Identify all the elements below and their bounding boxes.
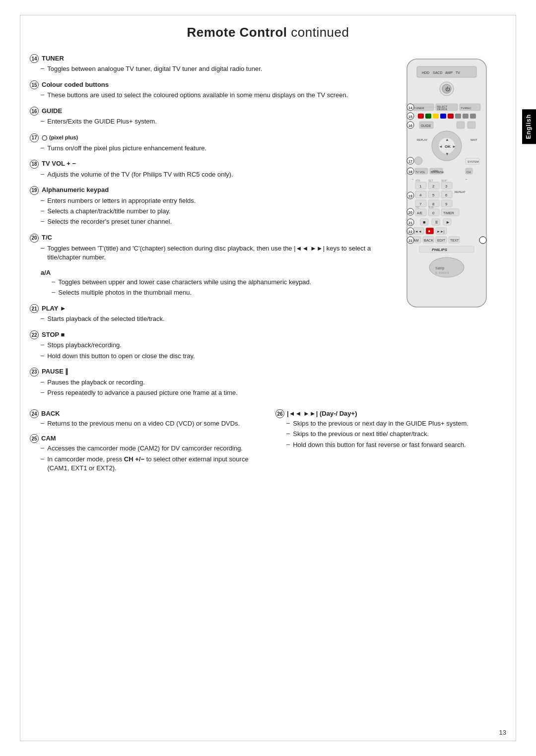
stop-title: 22 STOP ■ [30,330,372,339]
left-column: 14 TUNER – Toggles between analogue TV t… [30,54,372,404]
svg-text:T/C: T/C [415,206,419,209]
svg-text:HDD: HDD [433,170,438,173]
aa-body: – Toggles between upper and lower case c… [41,278,372,297]
svg-text:EDIT: EDIT [437,239,446,242]
day-text-2: Skips to the previous or next title/ cha… [293,430,429,439]
stop-label: STOP ■ [42,331,65,338]
colour-coded-num: 15 [30,80,39,89]
guide-title: 16 GUIDE [30,107,372,116]
svg-text:17: 17 [408,160,412,163]
svg-rect-26 [457,122,465,128]
svg-text:A/E: A/E [417,211,423,215]
svg-text:19: 19 [408,194,412,198]
svg-point-103 [429,257,464,277]
guide-body: – Enters/Exits the GUIDE Plus+ system. [30,117,372,126]
bottom-section: 24 BACK – Returns to the previous menu o… [30,409,506,479]
section-tv-vol: 18 TV VOL + − – Adjusts the volume of th… [30,160,372,179]
section-alphanumeric: 19 Alphanumeric keypad – Enters numbers … [30,186,372,227]
svg-rect-23 [470,114,476,119]
svg-rect-16 [418,114,424,119]
alphanumeric-bullet-3: – Selects the recorder's preset tuner ch… [41,217,372,226]
svg-text:15: 15 [408,115,412,119]
svg-text:21: 21 [408,221,412,225]
main-content: Remote Control continued 14 TUNER – Togg… [0,0,536,508]
svg-text:5: 5 [432,193,435,197]
svg-text:14: 14 [408,106,412,110]
section-day: 26 |◄◄ ►►| (Day-/ Day+) – Skips to the p… [275,409,506,449]
svg-text:SYSTEM: SYSTEM [468,160,479,163]
cam-bullet-1: – Accesses the camcorder mode (CAM2) for… [41,444,261,453]
alphanumeric-text-3: Selects the recorder's preset tuner chan… [47,217,172,226]
stop-body: – Stops playback/recording. – Hold down … [30,341,372,360]
play-text-1: Starts playback of the selected title/tr… [47,315,164,323]
section-tuner: 14 TUNER – Toggles between analogue TV t… [30,54,372,73]
bottom-left: 24 BACK – Returns to the previous menu o… [30,409,261,479]
svg-text:◄: ◄ [439,144,443,149]
svg-text:22: 22 [408,230,412,234]
section-pause: 23 PAUSE ‖ – Pauses the playback or reco… [30,368,372,397]
svg-text:SACD: SACD [433,71,442,74]
day-num: 26 [275,409,284,418]
tv-vol-num: 18 [30,160,39,169]
svg-text:−: − [466,178,468,181]
svg-text:⏸: ⏸ [434,220,439,225]
svg-rect-18 [433,114,439,119]
tv-vol-title: 18 TV VOL + − [30,160,372,169]
svg-text:GUIDE: GUIDE [421,124,431,127]
aa-bullet-1: – Toggles between upper and lower case c… [52,278,372,287]
stop-num: 22 [30,330,39,339]
svg-text:▼: ▼ [445,152,449,156]
page-title: Remote Control continued [30,25,506,40]
tuner-title: 14 TUNER [30,54,372,63]
svg-text:1: 1 [419,184,422,189]
tc-text-1: Toggles between 'T'(title) and 'C'(chapt… [47,244,372,262]
cam-text-2: In camcorder mode, press CH +/− to selec… [47,455,261,473]
svg-text:TEXT: TEXT [450,239,460,242]
cam-text-1: Accesses the camcorder mode (CAM2) for D… [47,444,243,453]
back-bullet-1: – Returns to the previous menu on a vide… [41,419,261,428]
stop-text-2: Hold down this button to open or close t… [47,352,195,361]
pause-title: 23 PAUSE ‖ [30,368,372,377]
aa-text-2: Selects multiple photos in the thumbnail… [58,288,192,297]
two-column-layout: 14 TUNER – Toggles between analogue TV t… [30,54,506,404]
cam-num: 25 [30,434,39,443]
cam-body: – Accesses the camcorder mode (CAM2) for… [30,444,261,473]
aa-text-1: Toggles between upper and lower case cha… [58,278,311,287]
section-guide: 16 GUIDE – Enters/Exits the GUIDE Plus+ … [30,107,372,126]
svg-text:3: 3 [445,184,448,189]
svg-text:■: ■ [423,220,425,225]
svg-text:23: 23 [408,239,412,243]
alphanumeric-num: 19 [30,186,39,195]
svg-text:⏻: ⏻ [445,86,450,92]
aa-label: a/A [41,269,51,276]
cam-title: 25 CAM [30,434,261,443]
svg-text:SUB: SUB [428,206,434,209]
svg-text:►►|: ►►| [437,230,445,234]
play-label: PLAY ► [42,305,67,312]
stop-text-1: Stops playback/recording. [47,341,122,350]
alphanumeric-bullet-1: – Enters numbers or letters in appropria… [41,196,372,205]
alphanumeric-bullet-2: – Selects a chapter/track/title number t… [41,207,372,216]
guide-text-1: Enters/Exits the GUIDE Plus+ system. [47,117,157,126]
page-border-left [20,15,20,741]
pause-label: PAUSE ‖ [42,368,68,375]
tuner-body: – Toggles between analogue TV tuner, dig… [30,64,372,73]
tc-label: T/C [42,234,52,241]
alphanumeric-text-2: Selects a chapter/track/title number to … [47,207,170,216]
day-bullet-2: – Skips to the previous or next title/ c… [286,430,506,439]
svg-text:OK: OK [445,144,451,149]
svg-point-37 [414,157,422,165]
cam-bullet-2: – In camcorder mode, press CH +/− to sel… [41,455,261,473]
section-play: 21 PLAY ► – Starts playback of the selec… [30,304,372,323]
pause-bullet-2: – Press repeatedly to advance a paused p… [41,388,372,397]
svg-text:HDD: HDD [422,71,429,74]
guide-num: 16 [30,107,39,116]
day-body: – Skips to the previous or next day in t… [275,419,506,449]
svg-text:►: ► [452,144,456,149]
svg-text:REPEAT: REPEAT [455,190,466,193]
pause-text-2: Press repeatedly to advance a paused pic… [47,388,238,397]
alphanumeric-body: – Enters numbers or letters in appropria… [30,196,372,227]
svg-text:6: 6 [445,193,448,197]
pixel-plus-num: 17 [30,133,39,142]
pixel-plus-title: 17 ◯ (pixel plus) [30,133,372,142]
